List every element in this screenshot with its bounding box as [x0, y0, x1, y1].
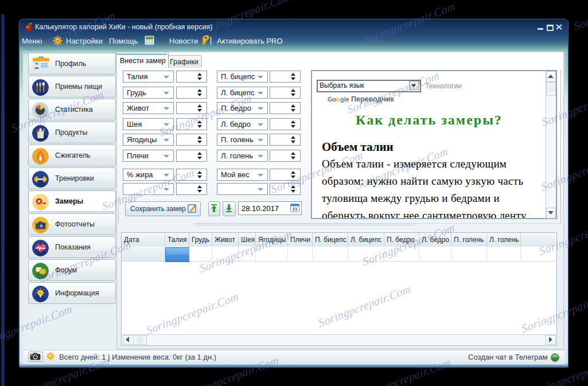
- svg-text:31: 31: [293, 206, 298, 212]
